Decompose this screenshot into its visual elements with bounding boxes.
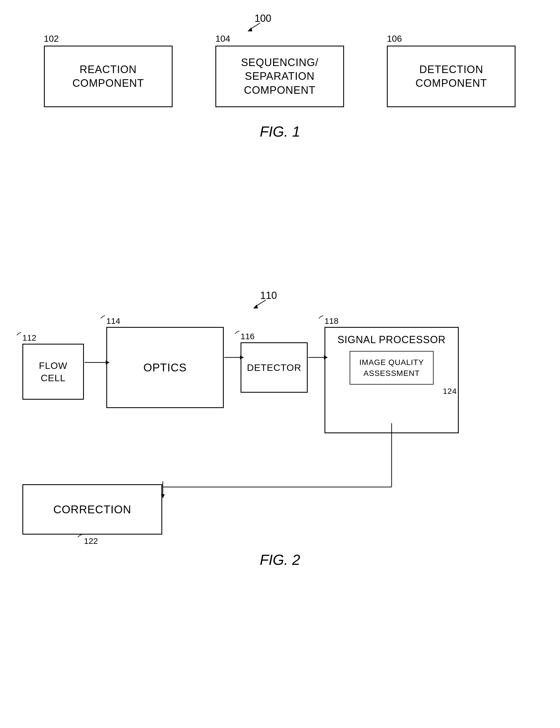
- fig1-box-102: REACTIONCOMPONENT: [44, 46, 173, 107]
- fig1-caption: FIG. 1: [0, 123, 560, 140]
- fig1-box-104-wrapper: 104 SEQUENCING/SEPARATIONCOMPONENT: [216, 34, 344, 107]
- fig1-diagram-number: 100: [255, 14, 271, 24]
- fig2-box-116-text: DETECTOR: [247, 361, 301, 374]
- fig2-label-116: 116: [241, 332, 308, 341]
- fig1-box-106-text: DETECTIONCOMPONENT: [415, 63, 487, 90]
- fig2-label-122: 122: [84, 536, 162, 546]
- fig2-caption: FIG. 2: [0, 551, 560, 568]
- fig1-boxes-row: 102 REACTIONCOMPONENT 104 SEQUENCING/SEP…: [22, 34, 537, 107]
- fig2-122-curve: [77, 534, 83, 538]
- fig2-label-112: 112: [22, 333, 84, 343]
- fig1-label-104: 104: [216, 34, 230, 44]
- fig2-label-118: 118: [324, 316, 459, 326]
- fig2-optics-wrapper: 114 OPTICS: [106, 316, 224, 408]
- fig1-arrow-svg: 100: [230, 14, 291, 34]
- fig2-box-112: FLOWCELL: [22, 344, 84, 400]
- fig2-box-114: OPTICS: [106, 327, 224, 408]
- fig1-label-106: 106: [387, 34, 402, 44]
- fig2-label-124: 124: [443, 386, 457, 396]
- fig1-box-102-text: REACTIONCOMPONENT: [72, 63, 144, 90]
- fig2-flowcell-wrapper: 112 FLOWCELL: [22, 333, 84, 400]
- fig2-iqa-text: IMAGE QUALITYASSESSMENT: [359, 357, 424, 379]
- fig2-box-114-text: OPTICS: [144, 360, 187, 375]
- fig1-box-106-wrapper: 106 DETECTIONCOMPONENT: [387, 34, 515, 107]
- diagram-container: 100 102 REACTIONCOMPONENT 104 SEQUENCING…: [0, 0, 560, 728]
- fig2-caption-text: FIG. 2: [260, 552, 300, 568]
- fig1-label-102: 102: [44, 34, 59, 44]
- fig2-correction-wrapper: CORRECTION 122: [22, 484, 162, 546]
- fig2-box-116: DETECTOR: [241, 342, 308, 393]
- fig2-114-curve: [100, 315, 106, 319]
- fig2-116-curve: [235, 331, 240, 334]
- fig2-detector-wrapper: 116 DETECTOR: [241, 332, 308, 393]
- fig2-label-114: 114: [106, 316, 224, 326]
- fig1-box-104-text: SEQUENCING/SEPARATIONCOMPONENT: [241, 56, 318, 97]
- fig2-box-118-title: SIGNAL PROCESSOR: [337, 333, 446, 347]
- fig2-diagram-number: 110: [260, 291, 277, 301]
- fig2-112-curve: [16, 332, 22, 336]
- fig1-box-102-wrapper: 102 REACTIONCOMPONENT: [44, 34, 173, 107]
- fig2-signal-wrapper: 118 SIGNAL PROCESSOR IMAGE QUALITYASSESS…: [324, 316, 459, 433]
- fig2-arrow-svg: 110: [235, 291, 296, 311]
- fig2-box-122: CORRECTION: [22, 484, 162, 535]
- fig2-iqa-box: IMAGE QUALITYASSESSMENT: [350, 351, 433, 385]
- fig2-118-curve: [318, 315, 324, 319]
- fig1-box-106: DETECTIONCOMPONENT: [387, 46, 515, 107]
- fig1-caption-text: FIG. 1: [260, 123, 300, 140]
- fig2-box-112-text: FLOWCELL: [39, 359, 67, 384]
- fig2-box-122-text: CORRECTION: [53, 502, 132, 517]
- fig2-box-118: SIGNAL PROCESSOR IMAGE QUALITYASSESSMENT…: [324, 327, 459, 433]
- fig1-box-104: SEQUENCING/SEPARATIONCOMPONENT: [216, 46, 344, 107]
